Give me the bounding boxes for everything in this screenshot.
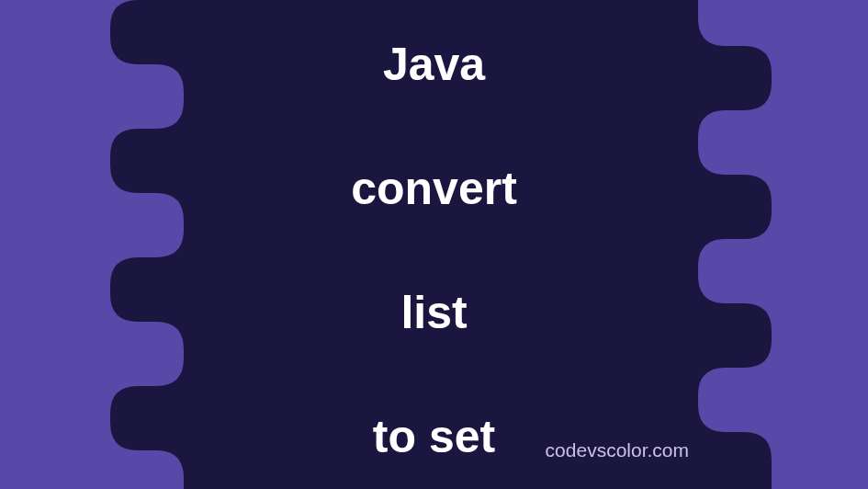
title-text: Java convert list to set [351,0,517,468]
banner-graphic: Java convert list to set codevscolor.com [0,0,868,489]
title-line-2: convert [351,163,517,214]
title-line-1: Java [383,39,485,90]
title-line-3: list [400,287,467,338]
title-line-4: to set [373,411,495,462]
watermark-text: codevscolor.com [546,439,689,461]
